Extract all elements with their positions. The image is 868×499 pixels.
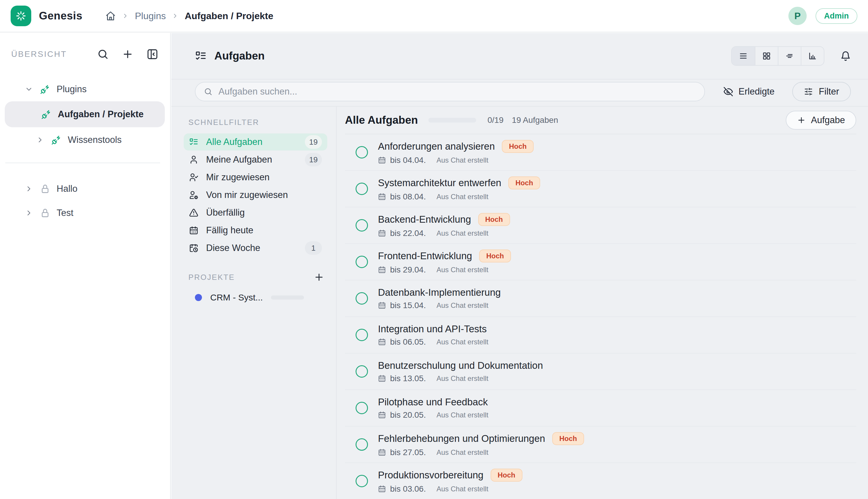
quickfilter-count-badge: 19	[305, 135, 322, 149]
sidebar-item-aufgaben-projekte[interactable]: Aufgaben / Projekte	[5, 101, 165, 127]
task-checkbox[interactable]	[356, 219, 368, 232]
chevron-down-icon	[25, 85, 33, 93]
task-due-date: bis 22.04.	[390, 229, 426, 238]
task-checkbox[interactable]	[356, 256, 368, 268]
view-grid-button[interactable]	[755, 47, 778, 65]
quickfilter-mir-zugewiesen[interactable]: Mir zugewiesen	[184, 169, 327, 186]
task-due-date: bis 15.04.	[390, 301, 426, 310]
add-icon[interactable]	[122, 48, 133, 60]
quickfilter-meine-aufgaben[interactable]: Meine Aufgaben19	[184, 151, 327, 168]
collapse-sidebar-icon[interactable]	[146, 48, 158, 60]
user-gear-icon	[189, 190, 199, 200]
sidebar-item-wissenstools[interactable]: Wissenstools	[0, 131, 170, 149]
lock-icon	[40, 208, 50, 218]
chevron-right-icon	[171, 12, 179, 20]
project-progress-bar	[271, 295, 304, 300]
plug-icon	[41, 109, 51, 119]
task-row[interactable]: Pilotphase und Feedbackbis 20.05.Aus Cha…	[345, 390, 856, 427]
task-due-date: bis 04.04.	[390, 156, 426, 165]
task-row[interactable]: Datenbank-Implementierungbis 15.04.Aus C…	[345, 280, 856, 317]
quickfilter-von-mir-zugewiesen[interactable]: Von mir zugewiesen	[184, 186, 327, 204]
task-row[interactable]: Anforderungen analysierenHochbis 04.04.A…	[345, 134, 856, 171]
task-checkbox[interactable]	[356, 438, 368, 451]
app-logo[interactable]	[11, 5, 31, 26]
filter-button[interactable]: Filter	[792, 82, 851, 101]
view-list-button[interactable]	[732, 47, 755, 65]
task-source: Aus Chat erstellt	[436, 193, 488, 201]
task-row[interactable]: Backend-EntwicklungHochbis 22.04.Aus Cha…	[345, 207, 856, 244]
admin-badge: Admin	[816, 8, 857, 24]
task-source: Aus Chat erstellt	[436, 374, 488, 382]
lock-icon	[40, 184, 50, 194]
quickfilter-f-llig-heute[interactable]: Fällig heute	[184, 222, 327, 239]
task-checkbox[interactable]	[356, 402, 368, 414]
add-project-icon[interactable]	[314, 272, 324, 282]
project-list: CRM - Syst...	[184, 292, 327, 303]
add-task-button[interactable]: Aufgabe	[786, 111, 856, 130]
toggle-completed-button[interactable]: Erledigte	[723, 86, 774, 97]
quickfilter-label: Von mir zugewiesen	[206, 190, 288, 200]
quickfilter-list: Alle Aufgaben19Meine Aufgaben19Mir zugew…	[184, 133, 327, 257]
task-title: Backend-Entwicklung	[378, 214, 471, 225]
calendar-clock-icon	[189, 243, 199, 253]
task-checkbox[interactable]	[356, 183, 368, 195]
home-icon[interactable]	[105, 11, 116, 21]
task-checkbox[interactable]	[356, 146, 368, 158]
filter-button-label: Filter	[819, 86, 839, 97]
task-search[interactable]	[195, 82, 705, 101]
task-row[interactable]: Integration und API-Testsbis 06.05.Aus C…	[345, 317, 856, 353]
user-avatar[interactable]: P	[788, 7, 807, 25]
task-checkbox[interactable]	[356, 292, 368, 305]
task-source: Aus Chat erstellt	[436, 301, 488, 309]
task-checkbox[interactable]	[356, 475, 368, 487]
quickfilter-label: Überfällig	[206, 207, 245, 218]
projects-section-label: PROJEKTE	[188, 273, 235, 282]
task-due-date: bis 13.05.	[390, 374, 426, 383]
chevron-right-icon	[122, 12, 129, 20]
calendar-icon	[378, 193, 386, 200]
bell-icon[interactable]	[840, 51, 851, 61]
user-check-icon	[189, 173, 199, 182]
spinner-burst-icon	[15, 10, 27, 22]
task-due-date: bis 03.06.	[390, 484, 426, 494]
chevron-right-icon	[25, 209, 33, 217]
task-due-date: bis 06.05.	[390, 337, 426, 347]
view-rows-button[interactable]	[778, 47, 801, 65]
task-row[interactable]: Fehlerbehebungen und OptimierungenHochbi…	[345, 427, 856, 463]
task-checkbox[interactable]	[356, 329, 368, 341]
quickfilter-alle-aufgaben[interactable]: Alle Aufgaben19	[184, 133, 327, 150]
breadcrumb-plugins[interactable]: Plugins	[135, 11, 166, 22]
task-source: Aus Chat erstellt	[436, 156, 488, 165]
sidebar-tree: PluginsAufgaben / ProjekteWissenstoolsHa…	[0, 80, 170, 225]
sidebar-item-plugins[interactable]: Plugins	[0, 80, 170, 98]
priority-badge: Hoch	[508, 177, 540, 190]
task-checkbox[interactable]	[356, 365, 368, 378]
eye-off-icon	[723, 87, 733, 97]
task-source: Aus Chat erstellt	[436, 448, 488, 457]
quickfilter--berf-llig[interactable]: Überfällig	[184, 204, 327, 221]
task-list-title: Alle Aufgaben	[345, 114, 418, 126]
calendar-icon	[378, 338, 386, 346]
search-input[interactable]	[218, 86, 696, 97]
quickfilter-diese-woche[interactable]: Diese Woche1	[184, 240, 327, 257]
task-due-date: bis 29.04.	[390, 265, 426, 275]
task-progress-text: 0/19	[487, 115, 503, 125]
task-progress-bar	[428, 118, 476, 123]
task-row[interactable]: Frontend-EntwicklungHochbis 29.04.Aus Ch…	[345, 244, 856, 280]
task-title: Pilotphase und Feedback	[378, 397, 488, 408]
project-item[interactable]: CRM - Syst...	[184, 292, 327, 303]
task-row[interactable]: ProduktionsvorbereitungHochbis 03.06.Aus…	[345, 463, 856, 499]
plug-icon	[51, 135, 61, 145]
list-todo-icon	[189, 137, 199, 147]
breadcrumb-current: Aufgaben / Projekte	[185, 11, 273, 22]
task-due-date: bis 27.05.	[390, 448, 426, 457]
view-chart-button[interactable]	[801, 47, 824, 65]
sidebar-item-hallo[interactable]: Hallo	[0, 177, 170, 201]
task-source: Aus Chat erstellt	[436, 266, 488, 274]
quickfilter-count-badge: 19	[305, 153, 322, 167]
task-row[interactable]: Systemarchitektur entwerfenHochbis 08.04…	[345, 171, 856, 207]
search-icon[interactable]	[97, 48, 109, 60]
task-row[interactable]: Benutzerschulung und Dokumentationbis 13…	[345, 353, 856, 390]
view-toggle	[731, 46, 824, 66]
sidebar-item-test[interactable]: Test	[0, 201, 170, 225]
